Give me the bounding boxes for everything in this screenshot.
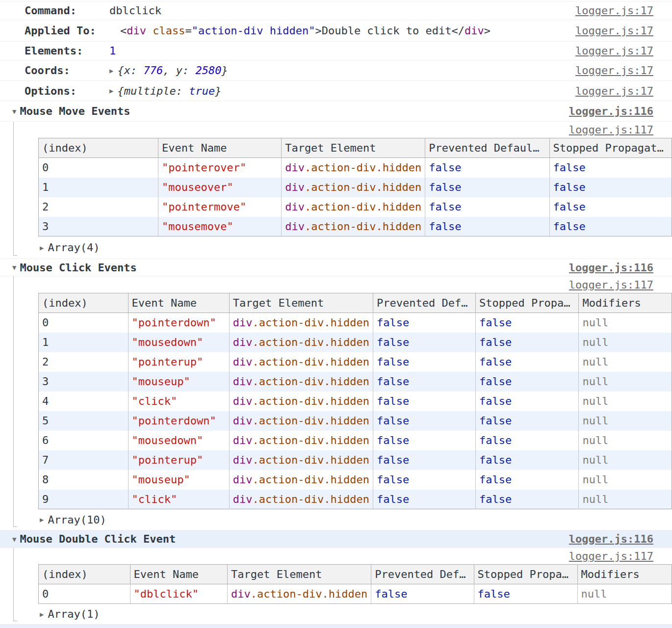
- column-header-event[interactable]: Event Name: [158, 138, 281, 158]
- target-element-cell[interactable]: div.action-div.hidden: [229, 470, 373, 490]
- modifiers-cell: null: [579, 313, 672, 333]
- prevented-cell: false: [373, 470, 476, 490]
- target-element-cell[interactable]: div.action-div.hidden: [229, 313, 373, 333]
- target-element-cell[interactable]: div.action-div.hidden: [229, 411, 373, 431]
- column-header-prevented[interactable]: Prevented Def…: [373, 293, 476, 313]
- space: [146, 25, 153, 37]
- angle-bracket: >: [315, 25, 321, 37]
- column-header-index[interactable]: (index): [39, 565, 130, 584]
- index-cell: 5: [39, 411, 129, 431]
- console-table-mouse-click[interactable]: (index)Event NameTarget ElementPrevented…: [38, 293, 672, 509]
- tag-name: div: [233, 356, 253, 368]
- target-element-cell[interactable]: div.action-div.hidden: [229, 450, 373, 470]
- stopped-cell: false: [476, 490, 579, 509]
- target-element-cell[interactable]: div.action-div.hidden: [229, 333, 373, 352]
- source-link[interactable]: logger.js:117: [569, 124, 653, 136]
- column-header-stopped[interactable]: Stopped Propa…: [476, 293, 579, 313]
- console-table-mouse-move[interactable]: (index)Event NameTarget ElementPrevented…: [38, 138, 672, 236]
- column-header-stopped[interactable]: Stopped Propa…: [474, 565, 577, 584]
- console-table-double-click[interactable]: (index)Event NameTarget ElementPrevented…: [38, 564, 672, 604]
- array-toggle[interactable]: ▶ Array(10): [38, 509, 672, 530]
- source-link[interactable]: logger.js:17: [575, 85, 653, 97]
- table-header-row[interactable]: (index)Event NameTarget ElementPrevented…: [39, 565, 672, 584]
- modifiers-cell: null: [579, 490, 672, 509]
- array-toggle[interactable]: ▶ Array(4): [38, 236, 672, 259]
- collapse-arrow-icon[interactable]: ▼: [12, 535, 16, 543]
- coords-object-preview[interactable]: {x: 776, y: 2580}: [117, 64, 228, 77]
- console-message-applied-to: Applied To: <div class="action-div hidde…: [0, 20, 672, 42]
- column-header-modifiers[interactable]: Modifiers: [577, 565, 672, 584]
- event-cell: "click": [128, 490, 229, 509]
- source-link[interactable]: logger.js:117: [569, 550, 653, 562]
- target-element-cell[interactable]: div.action-div.hidden: [282, 158, 425, 178]
- table-header-row[interactable]: (index)Event NameTarget ElementPrevented…: [39, 138, 672, 158]
- brace: }: [215, 85, 221, 97]
- column-header-index[interactable]: (index): [39, 138, 158, 158]
- column-header-target[interactable]: Target Element: [282, 138, 425, 158]
- stopped-cell: false: [476, 392, 579, 411]
- expand-arrow-icon[interactable]: ▶: [109, 87, 113, 95]
- collapse-arrow-icon[interactable]: ▼: [12, 107, 16, 115]
- column-header-event[interactable]: Event Name: [130, 565, 227, 584]
- array-label: Array(4): [48, 241, 100, 254]
- target-element-cell[interactable]: div.action-div.hidden: [229, 431, 373, 450]
- group-header-mouse-click-events[interactable]: ▼ Mouse Click Events logger.js:116: [0, 259, 672, 276]
- target-element-cell[interactable]: div.action-div.hidden: [282, 178, 425, 197]
- element-preview[interactable]: <div class="action-div hidden">Double cl…: [120, 25, 491, 37]
- options-object-preview[interactable]: {multiple: true}: [117, 85, 221, 97]
- source-link[interactable]: logger.js:17: [575, 64, 653, 77]
- elements-count: 1: [109, 45, 116, 57]
- column-header-stopped[interactable]: Stopped Propagat…: [549, 138, 672, 158]
- modifiers-cell: null: [579, 470, 672, 490]
- column-header-prevented[interactable]: Prevented Def…: [371, 565, 474, 584]
- equals-sign: =: [185, 25, 191, 37]
- source-link[interactable]: logger.js:117: [569, 279, 653, 291]
- expand-arrow-icon[interactable]: ▶: [109, 67, 113, 75]
- expand-arrow-icon[interactable]: ▶: [40, 610, 44, 618]
- source-link[interactable]: logger.js:17: [575, 4, 653, 17]
- expand-arrow-icon[interactable]: ▶: [40, 244, 44, 252]
- index-cell: 2: [39, 352, 129, 372]
- group-header-mouse-double-click-event[interactable]: ▼ Mouse Double Click Event logger.js:116: [0, 530, 672, 548]
- column-header-modifiers[interactable]: Modifiers: [579, 293, 672, 313]
- target-element-cell[interactable]: div.action-div.hidden: [229, 392, 373, 411]
- table-row: 9"click"div.action-div.hiddenfalsefalsen…: [39, 490, 672, 509]
- source-link[interactable]: logger.js:17: [575, 45, 653, 57]
- table-row: 2"pointermove"div.action-div.hiddenfalse…: [39, 197, 672, 217]
- event-cell: "pointerover": [158, 158, 281, 178]
- target-element-cell[interactable]: div.action-div.hidden: [229, 490, 373, 509]
- column-header-prevented[interactable]: Prevented Defaul…: [425, 138, 549, 158]
- angle-bracket: <: [120, 25, 127, 37]
- source-link[interactable]: logger.js:17: [575, 25, 653, 37]
- target-element-cell[interactable]: div.action-div.hidden: [229, 352, 373, 372]
- target-element-cell[interactable]: div.action-div.hidden: [282, 217, 425, 236]
- column-header-index[interactable]: (index): [39, 293, 129, 313]
- class-selector: .action-div.hidden: [253, 473, 369, 486]
- target-element-cell[interactable]: div.action-div.hidden: [282, 197, 425, 217]
- table-row: 8"mouseup"div.action-div.hiddenfalsefals…: [39, 470, 672, 490]
- group-header-mouse-move-events[interactable]: ▼ Mouse Move Events logger.js:116: [0, 101, 672, 122]
- target-element-cell[interactable]: div.action-div.hidden: [229, 372, 373, 392]
- source-link[interactable]: logger.js:116: [569, 533, 653, 545]
- class-selector: .action-div.hidden: [253, 395, 369, 407]
- modifiers-cell: null: [579, 372, 672, 392]
- event-cell: "mousedown": [128, 431, 229, 450]
- event-cell: "mousemove": [158, 217, 281, 236]
- attribute-name: class: [153, 25, 185, 37]
- column-header-event[interactable]: Event Name: [128, 293, 229, 313]
- class-selector: .action-div.hidden: [253, 375, 369, 388]
- stopped-cell: false: [549, 178, 672, 197]
- source-link[interactable]: logger.js:116: [569, 262, 653, 274]
- collapse-arrow-icon[interactable]: ▼: [12, 263, 16, 271]
- attribute-value: "action-div hidden": [192, 25, 315, 37]
- expand-arrow-icon[interactable]: ▶: [40, 516, 44, 523]
- stopped-cell: false: [476, 411, 579, 431]
- column-header-target[interactable]: Target Element: [227, 565, 371, 584]
- target-element-cell[interactable]: div.action-div.hidden: [227, 584, 371, 604]
- column-header-target[interactable]: Target Element: [229, 293, 373, 313]
- console-message-coords: Coords: ▶ {x: 776, y: 2580} logger.js:17: [0, 60, 672, 81]
- group-body-mouse-move-events: logger.js:117 (index)Event NameTarget El…: [0, 122, 672, 259]
- source-link[interactable]: logger.js:116: [569, 105, 653, 117]
- table-header-row[interactable]: (index)Event NameTarget ElementPrevented…: [39, 293, 672, 313]
- array-toggle[interactable]: ▶ Array(1): [38, 604, 672, 624]
